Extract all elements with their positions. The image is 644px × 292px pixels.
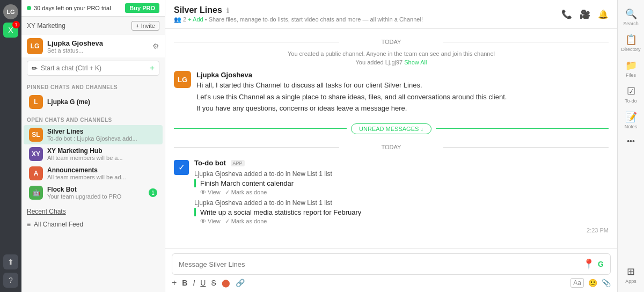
sidebar-item-ljupka[interactable]: L Ljupka G (me)	[24, 92, 163, 112]
channel-preview-fb: Your team upgraded to PRO	[47, 193, 144, 200]
gif-icon[interactable]: G	[598, 260, 604, 268]
invite-button[interactable]: + Invite	[131, 21, 159, 31]
right-bar-apps[interactable]: ⊞ Apps	[620, 263, 642, 287]
more-icon: •••	[627, 137, 635, 145]
system-msg-2: You added Lj.gj97 Show All	[174, 59, 609, 65]
attachment-button[interactable]: 📎	[602, 279, 611, 287]
message-input[interactable]	[179, 260, 580, 268]
todo-item-1: Ljupka Gjosheva added a to-do in New Lis…	[194, 170, 609, 196]
workspace-name: XY Marketing	[27, 22, 65, 30]
gear-icon[interactable]: ⚙	[152, 42, 159, 50]
message-input-box: 📍 G	[172, 253, 611, 275]
underline-button[interactable]: U	[200, 279, 206, 287]
day-divider-today: TODAY	[174, 39, 609, 45]
apps-icon: ⊞	[627, 266, 635, 278]
msg-text-3: If you have any questions, concerns or i…	[196, 103, 609, 114]
right-bar-notes[interactable]: 📝 Notes	[620, 108, 642, 132]
trial-text: 30 days left on your PRO trial	[27, 5, 111, 11]
channel-avatar-sl: SL	[29, 128, 43, 142]
system-msg-1: You created a public channel. Anyone in …	[174, 50, 609, 57]
help-icon[interactable]: ?	[3, 273, 18, 288]
channel-avatar-xy: XY	[29, 147, 43, 161]
search-icon: 🔍	[625, 8, 637, 20]
channel-name: Ljupka G (me)	[47, 98, 157, 106]
msg-text-1: Hi all, I started this Channel to discus…	[196, 80, 609, 91]
message-toolbar: + B I U S ⬤ 🔗 Aa 🙂 📎	[172, 278, 611, 288]
location-icon[interactable]: 📍	[583, 258, 595, 270]
font-size-icon[interactable]: Aa	[570, 278, 584, 288]
workspace-icon[interactable]: LG	[3, 4, 18, 19]
phone-icon[interactable]: 📞	[561, 9, 572, 19]
color-button[interactable]: ⬤	[222, 279, 230, 287]
todo-label: To-do	[625, 98, 637, 104]
right-bar-directory[interactable]: 📋 Directory	[620, 31, 642, 55]
msg-sender: Ljupka Gjosheva	[196, 71, 252, 79]
sidebar-item-xy-hub[interactable]: XY XY Marketing Hub All team members wil…	[24, 144, 163, 164]
all-channel-feed[interactable]: ≡ All Channel Feed	[21, 217, 165, 231]
sidebar-item-flock-bot[interactable]: 🤖 Flock Bot Your team upgraded to PRO 1	[24, 183, 163, 202]
header-icons: 📞 🎥 🔔	[561, 9, 609, 19]
right-bar-files[interactable]: 📁 Files	[620, 57, 642, 81]
sidebar: 30 days left on your PRO trial Buy PRO X…	[21, 0, 165, 292]
unread-messages-button[interactable]: UNREAD MESSAGES ↓	[351, 123, 431, 134]
bell-icon[interactable]: 🔔	[598, 9, 609, 19]
attach-button[interactable]: +	[172, 278, 177, 288]
trial-dot	[27, 6, 31, 10]
pinned-section-label: PINNED CHATS AND CHANNELS	[21, 79, 165, 92]
user-name: Ljupka Gjosheva	[47, 39, 103, 47]
buy-pro-button[interactable]: Buy PRO	[125, 3, 159, 13]
right-sidebar: 🔍 Search 📋 Directory 📁 Files ☑ To-do 📝 N…	[617, 0, 644, 292]
msg-time: 2:23 PM	[194, 227, 609, 233]
link-button[interactable]: 🔗	[236, 279, 245, 287]
italic-button[interactable]: I	[193, 279, 195, 287]
search-bar: ✏ +	[27, 61, 159, 76]
channel-name-fb: Flock Bot	[47, 186, 144, 193]
right-bar-search[interactable]: 🔍 Search	[620, 5, 642, 29]
chat-header: Silver Lines ℹ 👥 2 + Add • Share files, …	[165, 0, 617, 29]
right-bar-todo[interactable]: ☑ To-do	[620, 83, 642, 106]
notification-badge: 1	[12, 21, 20, 28]
channel-text-xy: XY Marketing Hub All team members will b…	[47, 147, 157, 161]
channel-preview-sl: To-do bot : Ljupka Gjosheva add...	[47, 135, 157, 142]
bold-button[interactable]: B	[182, 279, 187, 287]
request-icon[interactable]: ⬆	[3, 254, 18, 269]
notes-icon: 📝	[625, 111, 637, 123]
todo-bot-content: To-do bot APP Ljupka Gjosheva added a to…	[194, 159, 609, 233]
view-todo-2[interactable]: 👁 View	[200, 218, 221, 224]
files-label: Files	[626, 72, 636, 78]
notes-label: Notes	[625, 124, 638, 129]
msg-avatar-ljupka: LG	[174, 71, 191, 88]
strikethrough-button[interactable]: S	[211, 279, 216, 287]
mark-done-1[interactable]: ✓ Mark as done	[225, 189, 267, 196]
show-all-link[interactable]: Show All	[404, 59, 427, 65]
sidebar-item-silver-lines[interactable]: SL Silver Lines To-do bot : Ljupka Gjosh…	[24, 125, 163, 144]
channel-preview-xy: All team members will be a...	[47, 155, 157, 161]
info-icon[interactable]: ℹ	[226, 6, 229, 14]
sidebar-item-announcements[interactable]: A Announcements All team members will be…	[24, 164, 163, 183]
new-chat-icon[interactable]: +	[150, 63, 155, 73]
emoji-button[interactable]: 🙂	[588, 279, 597, 287]
user-info: LG Ljupka Gjosheva Set a status...	[27, 38, 103, 54]
home-icon[interactable]: X 1	[3, 23, 18, 38]
search-input[interactable]	[41, 64, 147, 72]
todo-icon: ☑	[627, 85, 635, 97]
unread-line-left	[174, 128, 347, 129]
toolbar-right: Aa 🙂 📎	[570, 278, 611, 288]
view-todo-1[interactable]: 👁 View	[200, 189, 221, 195]
app-badge: APP	[231, 160, 245, 166]
todo-checkbox-icon: ✓	[174, 160, 189, 175]
user-status[interactable]: Set a status...	[47, 47, 103, 54]
day-divider-today2: TODAY	[174, 144, 609, 150]
menu-icon: ≡	[27, 221, 31, 228]
mark-done-2[interactable]: ✓ Mark as done	[225, 218, 267, 225]
recent-chats-label[interactable]: Recent Chats	[21, 202, 165, 217]
user-details: Ljupka Gjosheva Set a status...	[47, 39, 103, 54]
todo-task-1: Finish March content calendar	[194, 179, 609, 187]
workspace-bar: XY Marketing + Invite	[21, 17, 165, 35]
chat-body: TODAY You created a public channel. Anyo…	[165, 29, 617, 249]
channel-name-sl: Silver Lines	[47, 128, 157, 135]
channel-name-ann: Announcements	[47, 166, 157, 174]
unread-line-right	[436, 128, 609, 129]
video-icon[interactable]: 🎥	[580, 9, 590, 19]
right-bar-more[interactable]: •••	[620, 134, 642, 148]
